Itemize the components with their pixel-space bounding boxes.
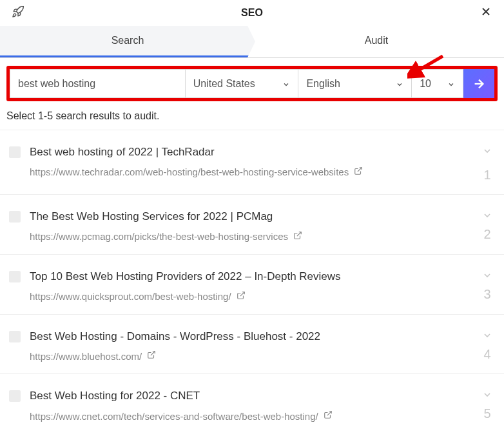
chevron-down-icon: [447, 80, 455, 88]
country-select-value: United States: [193, 78, 255, 90]
chevron-down-icon: [282, 80, 290, 88]
result-row: Best web hosting of 2022 | TechRadar htt…: [0, 130, 504, 195]
result-checkbox[interactable]: [9, 211, 21, 223]
result-url: https://www.techradar.com/web-hosting/be…: [30, 166, 349, 177]
result-url-row: https://www.quicksprout.com/best-web-hos…: [30, 291, 474, 302]
result-rank: 2: [483, 227, 490, 242]
result-title: Best Web Hosting for 2022 - CNET: [30, 388, 474, 404]
svg-line-3: [358, 168, 362, 172]
result-url: https://www.cnet.com/tech/services-and-s…: [30, 411, 318, 422]
tab-search[interactable]: Search: [0, 26, 255, 57]
svg-line-4: [297, 232, 301, 236]
result-meta: 3: [482, 270, 492, 302]
count-select-value: 10: [420, 78, 431, 90]
result-row: Best Web Hosting for 2022 - CNET https:/…: [0, 374, 504, 433]
result-rank: 4: [483, 347, 490, 362]
result-title: Best web hosting of 2022 | TechRadar: [30, 144, 474, 160]
external-link-icon[interactable]: [324, 410, 333, 422]
external-link-icon[interactable]: [147, 350, 156, 362]
result-body: Best web hosting of 2022 | TechRadar htt…: [30, 144, 474, 178]
result-url: https://www.bluehost.com/: [30, 351, 142, 362]
chevron-down-icon[interactable]: [482, 146, 492, 159]
chevron-down-icon: [396, 80, 403, 88]
result-checkbox[interactable]: [9, 390, 21, 402]
tab-audit[interactable]: Audit: [249, 26, 504, 57]
svg-line-6: [151, 352, 155, 355]
result-meta: 4: [482, 330, 492, 362]
result-checkbox[interactable]: [9, 146, 21, 158]
result-url-row: https://www.pcmag.com/picks/the-best-web…: [30, 231, 474, 243]
result-url-row: https://www.cnet.com/tech/services-and-s…: [30, 410, 474, 422]
result-url: https://www.pcmag.com/picks/the-best-web…: [30, 231, 288, 242]
result-checkbox[interactable]: [9, 271, 21, 282]
result-row: The Best Web Hosting Services for 2022 |…: [0, 195, 504, 255]
result-title: Top 10 Best Web Hosting Providers of 202…: [30, 269, 474, 284]
close-icon[interactable]: [480, 5, 492, 21]
result-body: Best Web Hosting - Domains - WordPress -…: [30, 329, 474, 362]
chevron-down-icon[interactable]: [482, 390, 492, 402]
result-checkbox[interactable]: [9, 331, 21, 342]
header: SEO: [0, 0, 504, 26]
result-body: Best Web Hosting for 2022 - CNET https:/…: [30, 388, 474, 422]
result-title: The Best Web Hosting Services for 2022 |…: [30, 209, 474, 224]
chevron-down-icon[interactable]: [482, 330, 492, 343]
result-url-row: https://www.bluehost.com/: [30, 350, 474, 362]
svg-line-5: [240, 292, 244, 295]
search-query-input[interactable]: [10, 69, 186, 98]
result-row: Top 10 Best Web Hosting Providers of 202…: [0, 255, 504, 315]
language-select-value: English: [306, 78, 340, 90]
rocket-icon: [12, 5, 24, 21]
tabs: Search Audit: [0, 26, 504, 58]
result-meta: 2: [482, 210, 492, 242]
results-list: Best web hosting of 2022 | TechRadar htt…: [0, 130, 504, 433]
external-link-icon[interactable]: [354, 166, 363, 178]
instruction-text: Select 1-5 search results to audit.: [0, 108, 504, 130]
result-rank: 1: [483, 168, 490, 183]
result-meta: 1: [482, 146, 492, 183]
result-rank: 5: [483, 406, 490, 421]
result-row: Best Web Hosting - Domains - WordPress -…: [0, 315, 504, 375]
page-title: SEO: [241, 7, 263, 19]
external-link-icon[interactable]: [293, 231, 302, 243]
external-link-icon[interactable]: [237, 291, 246, 302]
language-select[interactable]: English: [298, 69, 412, 98]
result-title: Best Web Hosting - Domains - WordPress -…: [30, 329, 474, 344]
result-rank: 3: [483, 287, 490, 302]
search-submit-button[interactable]: [463, 69, 494, 98]
result-url-row: https://www.techradar.com/web-hosting/be…: [30, 166, 474, 178]
country-select[interactable]: United States: [186, 69, 299, 98]
search-bar: United States English 10: [6, 66, 498, 101]
chevron-down-icon[interactable]: [482, 210, 492, 223]
result-url: https://www.quicksprout.com/best-web-hos…: [30, 291, 231, 302]
svg-line-7: [327, 411, 331, 415]
chevron-down-icon[interactable]: [482, 270, 492, 283]
result-meta: 5: [482, 390, 492, 421]
result-body: Top 10 Best Web Hosting Providers of 202…: [30, 269, 474, 302]
count-select[interactable]: 10: [412, 69, 463, 98]
result-body: The Best Web Hosting Services for 2022 |…: [30, 209, 474, 243]
search-bar-container: United States English 10: [0, 58, 504, 108]
